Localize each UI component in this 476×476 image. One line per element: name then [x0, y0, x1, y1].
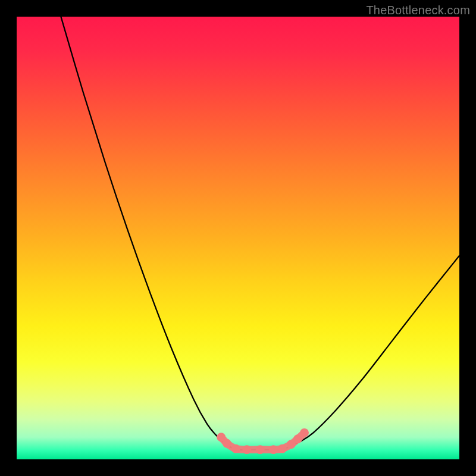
- marker-dot: [278, 444, 287, 453]
- plot-area: [17, 17, 459, 459]
- marker-dot: [269, 445, 278, 454]
- curve-group: [61, 17, 459, 450]
- marker-dot: [256, 445, 265, 454]
- marker-dot: [293, 434, 302, 443]
- marker-dot: [300, 428, 309, 437]
- chart-frame: TheBottleneck.com: [0, 0, 476, 476]
- chart-svg: [17, 17, 459, 459]
- bottleneck-curve: [61, 17, 459, 450]
- marker-dot: [242, 445, 251, 454]
- marker-group: [217, 428, 309, 454]
- watermark-text: TheBottleneck.com: [366, 4, 470, 17]
- marker-dot: [231, 444, 240, 453]
- marker-dot: [223, 439, 231, 448]
